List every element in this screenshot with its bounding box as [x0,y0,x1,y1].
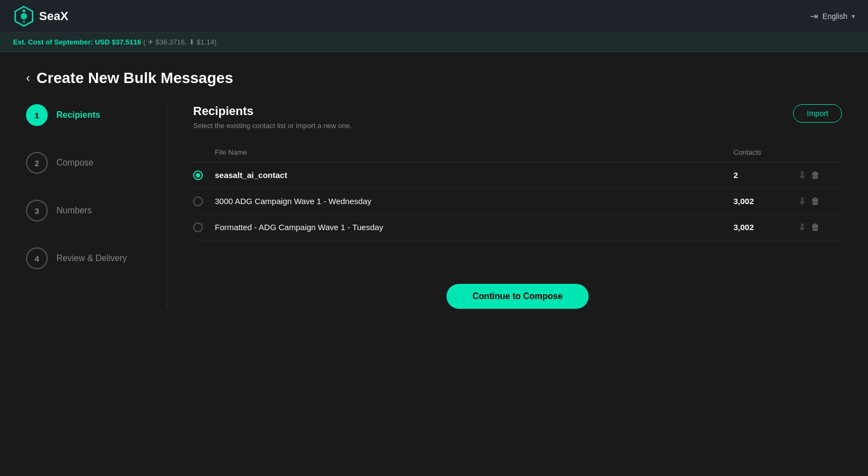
language-selector[interactable]: ⇥ English ▾ [810,10,855,22]
download-icon[interactable]: ⇩ [799,196,806,206]
section-subtitle: Select the existing contact list or impo… [193,122,352,130]
import-button[interactable]: Import [793,104,842,123]
steps-sidebar: 1 Recipients 2 Compose 3 Numbers 4 [26,104,167,309]
svg-point-3 [23,20,25,23]
filename-cell: Formatted - ADG Campaign Wave 1 - Tuesda… [215,214,733,240]
contacts-cell: 3,002 [733,214,799,240]
row-actions: ⇩🗑 [799,222,835,232]
table-row[interactable]: seasalt_ai_contact2⇩🗑 [193,162,842,188]
col-radio-header [193,143,215,162]
table-row[interactable]: 3000 ADG Campaign Wave 1 - Wednesday3,00… [193,188,842,214]
step-2-label: Compose [56,158,93,168]
section-header: Recipients Select the existing contact l… [193,104,842,130]
step-4-review[interactable]: 4 Review & Delivery [26,247,149,269]
exit-icon: ⇥ [810,10,818,22]
step-4-circle: 4 [26,247,48,269]
svg-point-1 [21,13,27,20]
section-title: Recipients [193,104,352,118]
page-title-row: ‹ Create New Bulk Messages [26,69,842,87]
app-header: SeaX ⇥ English ▾ [0,0,868,33]
actions-cell: ⇩🗑 [799,188,842,214]
actions-cell: ⇩🗑 [799,162,842,188]
table-row[interactable]: Formatted - ADG Campaign Wave 1 - Tuesda… [193,214,842,240]
contacts-cell: 2 [733,162,799,188]
main-layout: 1 Recipients 2 Compose 3 Numbers 4 [26,104,842,309]
page-content: ‹ Create New Bulk Messages 1 Recipients … [0,52,868,326]
download-icon[interactable]: ⇩ [799,170,806,180]
contacts-cell: 3,002 [733,188,799,214]
col-filename-header: File Name [215,143,733,162]
back-button[interactable]: ‹ [26,71,30,85]
filename-cell: 3000 ADG Campaign Wave 1 - Wednesday [215,188,733,214]
radio-button-1[interactable] [193,170,203,180]
delete-icon[interactable]: 🗑 [811,170,820,180]
cost-label: Est. Cost of September: USD $37.5116 [13,38,141,46]
delete-icon[interactable]: 🗑 [811,196,820,206]
cost-sms: ( [143,38,145,46]
col-contacts-header: Contacts [733,143,799,162]
radio-cell [193,162,215,188]
continue-button[interactable]: Continue to Compose [446,284,589,309]
section-title-group: Recipients Select the existing contact l… [193,104,352,130]
svg-point-2 [23,9,25,12]
filename-cell: seasalt_ai_contact [215,162,733,188]
radio-cell [193,214,215,240]
row-actions: ⇩🗑 [799,170,835,180]
language-label: English [822,12,847,21]
radio-button-3[interactable] [193,223,203,232]
cost-detail-other: ⬇ $1.14) [189,38,216,46]
content-area: Recipients Select the existing contact l… [167,104,842,309]
delete-icon[interactable]: 🗑 [811,223,820,232]
step-3-numbers[interactable]: 3 Numbers [26,200,149,221]
logo-icon [13,5,35,27]
step-4-label: Review & Delivery [56,253,127,263]
step-1-label: Recipients [56,110,100,120]
download-icon[interactable]: ⇩ [799,222,806,232]
cost-banner: Est. Cost of September: USD $37.5116 ( ✈… [0,33,868,52]
chevron-down-icon: ▾ [852,12,855,20]
contacts-table: File Name Contacts seasalt_ai_contact2⇩🗑… [193,143,842,240]
footer-btn-row: Continue to Compose [193,284,842,309]
radio-dot [196,173,200,177]
page-title: Create New Bulk Messages [36,69,233,87]
radio-cell [193,188,215,214]
logo: SeaX [13,5,68,27]
step-3-circle: 3 [26,200,48,221]
cost-detail-sms: ✈ $36.3716, [148,38,187,46]
radio-button-2[interactable] [193,196,203,206]
step-2-circle: 2 [26,152,48,174]
step-1-recipients[interactable]: 1 Recipients [26,104,149,126]
logo-text: SeaX [39,9,68,23]
actions-cell: ⇩🗑 [799,214,842,240]
step-1-circle: 1 [26,104,48,126]
col-actions-header [799,143,842,162]
row-actions: ⇩🗑 [799,196,835,206]
step-2-compose[interactable]: 2 Compose [26,152,149,174]
step-3-label: Numbers [56,206,92,215]
